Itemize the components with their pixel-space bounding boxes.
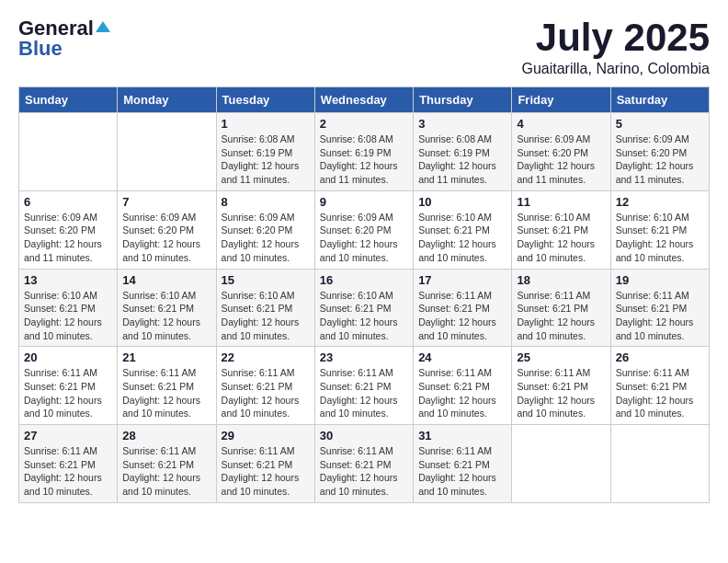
day-info: Sunrise: 6:10 AM Sunset: 6:21 PM Dayligh… — [24, 289, 112, 343]
calendar-cell: 15Sunrise: 6:10 AM Sunset: 6:21 PM Dayli… — [216, 269, 314, 347]
calendar-week-row: 20Sunrise: 6:11 AM Sunset: 6:21 PM Dayli… — [19, 347, 710, 425]
day-number: 14 — [122, 273, 210, 287]
day-number: 12 — [616, 195, 704, 209]
calendar-cell: 13Sunrise: 6:10 AM Sunset: 6:21 PM Dayli… — [19, 269, 118, 347]
day-number: 2 — [320, 117, 408, 131]
calendar-cell: 1Sunrise: 6:08 AM Sunset: 6:19 PM Daylig… — [216, 113, 314, 191]
day-info: Sunrise: 6:09 AM Sunset: 6:20 PM Dayligh… — [24, 211, 112, 265]
calendar-week-row: 6Sunrise: 6:09 AM Sunset: 6:20 PM Daylig… — [19, 190, 710, 269]
weekday-header-row: SundayMondayTuesdayWednesdayThursdayFrid… — [19, 87, 710, 113]
day-number: 15 — [222, 273, 310, 287]
logo-blue-text: Blue — [18, 39, 63, 59]
day-number: 5 — [616, 117, 704, 131]
calendar-cell: 24Sunrise: 6:11 AM Sunset: 6:21 PM Dayli… — [414, 347, 512, 425]
day-info: Sunrise: 6:08 AM Sunset: 6:19 PM Dayligh… — [320, 132, 408, 187]
day-number: 23 — [320, 350, 408, 364]
calendar-week-row: 1Sunrise: 6:08 AM Sunset: 6:19 PM Daylig… — [19, 113, 710, 191]
calendar-cell: 6Sunrise: 6:09 AM Sunset: 6:20 PM Daylig… — [19, 190, 118, 269]
day-info: Sunrise: 6:10 AM Sunset: 6:21 PM Dayligh… — [222, 289, 310, 343]
day-info: Sunrise: 6:10 AM Sunset: 6:21 PM Dayligh… — [320, 289, 408, 343]
calendar-cell: 9Sunrise: 6:09 AM Sunset: 6:20 PM Daylig… — [314, 190, 413, 269]
calendar-cell: 27Sunrise: 6:11 AM Sunset: 6:21 PM Dayli… — [19, 425, 118, 503]
calendar-week-row: 27Sunrise: 6:11 AM Sunset: 6:21 PM Dayli… — [19, 425, 710, 503]
calendar-cell: 29Sunrise: 6:11 AM Sunset: 6:21 PM Dayli… — [216, 425, 314, 503]
calendar-cell — [118, 113, 216, 191]
calendar-cell: 31Sunrise: 6:11 AM Sunset: 6:21 PM Dayli… — [414, 425, 512, 503]
title-block: July 2025 Guaitarilla, Narino, Colombia — [521, 18, 710, 77]
day-number: 19 — [616, 273, 704, 287]
page-header: General Blue July 2025 Guaitarilla, Nari… — [18, 18, 710, 77]
day-info: Sunrise: 6:11 AM Sunset: 6:21 PM Dayligh… — [320, 366, 408, 420]
calendar-cell: 2Sunrise: 6:08 AM Sunset: 6:19 PM Daylig… — [314, 113, 413, 191]
day-info: Sunrise: 6:11 AM Sunset: 6:21 PM Dayligh… — [24, 444, 112, 499]
logo-general-text: General — [18, 18, 94, 39]
day-info: Sunrise: 6:11 AM Sunset: 6:21 PM Dayligh… — [222, 366, 310, 420]
calendar-cell: 23Sunrise: 6:11 AM Sunset: 6:21 PM Dayli… — [314, 347, 413, 425]
calendar-cell: 8Sunrise: 6:09 AM Sunset: 6:20 PM Daylig… — [216, 190, 314, 269]
day-info: Sunrise: 6:10 AM Sunset: 6:21 PM Dayligh… — [517, 211, 605, 265]
day-info: Sunrise: 6:09 AM Sunset: 6:20 PM Dayligh… — [616, 132, 704, 187]
day-number: 13 — [24, 273, 112, 287]
calendar-cell: 22Sunrise: 6:11 AM Sunset: 6:21 PM Dayli… — [216, 347, 314, 425]
day-number: 4 — [517, 117, 605, 131]
day-info: Sunrise: 6:11 AM Sunset: 6:21 PM Dayligh… — [616, 366, 704, 420]
calendar-cell: 26Sunrise: 6:11 AM Sunset: 6:21 PM Dayli… — [610, 347, 709, 425]
day-info: Sunrise: 6:09 AM Sunset: 6:20 PM Dayligh… — [122, 211, 210, 265]
month-title: July 2025 — [521, 18, 710, 57]
calendar-week-row: 13Sunrise: 6:10 AM Sunset: 6:21 PM Dayli… — [19, 269, 710, 347]
day-info: Sunrise: 6:09 AM Sunset: 6:20 PM Dayligh… — [320, 211, 408, 265]
calendar-cell: 30Sunrise: 6:11 AM Sunset: 6:21 PM Dayli… — [314, 425, 413, 503]
calendar-header: SundayMondayTuesdayWednesdayThursdayFrid… — [19, 87, 710, 113]
day-number: 3 — [418, 117, 506, 131]
logo: General Blue — [18, 18, 110, 59]
svg-marker-0 — [96, 21, 110, 32]
weekday-header-friday: Friday — [512, 87, 610, 113]
weekday-header-monday: Monday — [118, 87, 216, 113]
day-number: 27 — [24, 429, 112, 442]
day-info: Sunrise: 6:10 AM Sunset: 6:21 PM Dayligh… — [418, 211, 506, 265]
day-number: 17 — [418, 273, 506, 287]
day-number: 30 — [320, 429, 408, 442]
day-info: Sunrise: 6:11 AM Sunset: 6:21 PM Dayligh… — [616, 289, 704, 343]
day-number: 8 — [222, 195, 310, 209]
logo-icon — [96, 19, 110, 34]
location-subtitle: Guaitarilla, Narino, Colombia — [521, 61, 710, 77]
day-info: Sunrise: 6:11 AM Sunset: 6:21 PM Dayligh… — [122, 444, 210, 499]
day-number: 11 — [517, 195, 605, 209]
day-number: 21 — [122, 350, 210, 364]
day-number: 20 — [24, 350, 112, 364]
calendar-cell: 7Sunrise: 6:09 AM Sunset: 6:20 PM Daylig… — [118, 190, 216, 269]
day-number: 6 — [24, 195, 112, 209]
calendar-body: 1Sunrise: 6:08 AM Sunset: 6:19 PM Daylig… — [19, 113, 710, 503]
day-info: Sunrise: 6:11 AM Sunset: 6:21 PM Dayligh… — [24, 366, 112, 420]
day-info: Sunrise: 6:11 AM Sunset: 6:21 PM Dayligh… — [320, 444, 408, 499]
day-number: 10 — [418, 195, 506, 209]
day-info: Sunrise: 6:11 AM Sunset: 6:21 PM Dayligh… — [418, 444, 506, 499]
calendar-cell — [512, 425, 610, 503]
calendar-cell — [19, 113, 118, 191]
day-info: Sunrise: 6:11 AM Sunset: 6:21 PM Dayligh… — [517, 366, 605, 420]
day-number: 7 — [122, 195, 210, 209]
day-info: Sunrise: 6:11 AM Sunset: 6:21 PM Dayligh… — [517, 289, 605, 343]
calendar-cell: 16Sunrise: 6:10 AM Sunset: 6:21 PM Dayli… — [314, 269, 413, 347]
day-info: Sunrise: 6:08 AM Sunset: 6:19 PM Dayligh… — [418, 132, 506, 187]
day-number: 24 — [418, 350, 506, 364]
day-number: 26 — [616, 350, 704, 364]
day-number: 16 — [320, 273, 408, 287]
calendar-cell: 21Sunrise: 6:11 AM Sunset: 6:21 PM Dayli… — [118, 347, 216, 425]
weekday-header-wednesday: Wednesday — [314, 87, 413, 113]
calendar-cell: 5Sunrise: 6:09 AM Sunset: 6:20 PM Daylig… — [610, 113, 709, 191]
day-number: 1 — [222, 117, 310, 131]
day-number: 31 — [418, 429, 506, 442]
day-number: 28 — [122, 429, 210, 442]
day-info: Sunrise: 6:09 AM Sunset: 6:20 PM Dayligh… — [222, 211, 310, 265]
day-info: Sunrise: 6:11 AM Sunset: 6:21 PM Dayligh… — [222, 444, 310, 499]
day-number: 25 — [517, 350, 605, 364]
calendar-cell: 25Sunrise: 6:11 AM Sunset: 6:21 PM Dayli… — [512, 347, 610, 425]
day-info: Sunrise: 6:11 AM Sunset: 6:21 PM Dayligh… — [122, 366, 210, 420]
weekday-header-sunday: Sunday — [19, 87, 118, 113]
day-number: 22 — [222, 350, 310, 364]
calendar-cell: 18Sunrise: 6:11 AM Sunset: 6:21 PM Dayli… — [512, 269, 610, 347]
calendar-cell: 10Sunrise: 6:10 AM Sunset: 6:21 PM Dayli… — [414, 190, 512, 269]
day-info: Sunrise: 6:11 AM Sunset: 6:21 PM Dayligh… — [418, 366, 506, 420]
